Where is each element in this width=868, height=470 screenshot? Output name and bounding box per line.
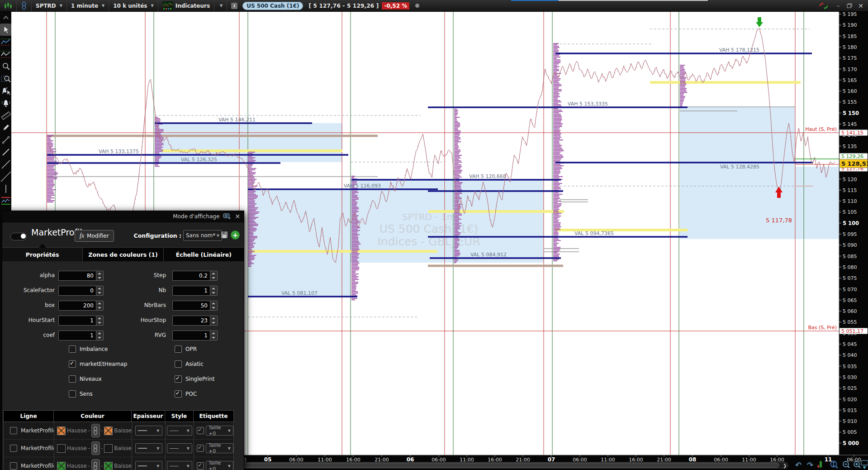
hourstart-spinner[interactable]: [96, 316, 104, 326]
timeframe-dropdown[interactable]: 1 minute▼: [67, 0, 109, 11]
baisse-color-swatch[interactable]: [104, 427, 113, 435]
link-colors-icon[interactable]: [91, 424, 100, 437]
link-colors-icon[interactable]: [91, 441, 100, 455]
hausse-color-swatch[interactable]: [57, 444, 66, 453]
alert-pointer-tool[interactable]: [0, 85, 11, 97]
indicators-dropdown[interactable]: ▼: [214, 0, 227, 11]
y-tick-label: 5 075: [843, 275, 857, 281]
line-visible-checkbox[interactable]: [10, 462, 17, 470]
thickness-dropdown[interactable]: ▼: [135, 426, 162, 436]
scalefactor-field: [58, 286, 104, 296]
trendline-tool[interactable]: [0, 146, 11, 158]
zoom-tool[interactable]: [0, 60, 11, 72]
display-mode-icon[interactable]: [223, 213, 231, 220]
rvg-spinner[interactable]: [210, 331, 218, 341]
checkbox-sens[interactable]: Sens: [69, 390, 93, 398]
box-spinner[interactable]: [96, 301, 104, 311]
step-input[interactable]: [172, 271, 210, 281]
taille-dropdown[interactable]: Taille +0▼: [206, 426, 233, 436]
style-dropdown[interactable]: ▼: [167, 443, 192, 453]
tab-zones-de-couleurs[interactable]: Zones de couleurs (1): [83, 248, 163, 261]
redo-button[interactable]: ↷: [807, 460, 813, 470]
close-button[interactable]: ✕: [856, 2, 866, 10]
segment-tool[interactable]: [0, 134, 11, 146]
coef-input[interactable]: [58, 331, 96, 341]
scalefactor-spinner[interactable]: [96, 286, 104, 296]
checkbox-singleprint[interactable]: SinglePrint: [175, 375, 215, 383]
hausse-color-swatch[interactable]: [57, 427, 66, 435]
configuration-dropdown[interactable]: Sans nom*▼: [183, 230, 222, 241]
marketprofile-toggle[interactable]: [10, 233, 27, 240]
refresh-icon[interactable]: [818, 2, 829, 10]
coef-spinner[interactable]: [96, 331, 104, 341]
pattern-tool[interactable]: [0, 195, 11, 207]
save-configuration-button[interactable]: [221, 231, 228, 240]
restore-button[interactable]: [844, 2, 854, 10]
thickness-dropdown[interactable]: ▼: [135, 461, 162, 470]
link-charts-icon[interactable]: [17, 0, 31, 11]
line-visible-checkbox[interactable]: [10, 427, 17, 434]
add-configuration-button[interactable]: +: [231, 230, 240, 240]
hourstop-input[interactable]: [172, 316, 210, 326]
checkbox-marketetheamap[interactable]: marketEtHeamap: [69, 360, 127, 368]
info-button[interactable]: i: [227, 0, 242, 11]
nb-spinner[interactable]: [210, 286, 218, 296]
cursor-tool[interactable]: [0, 24, 11, 36]
zoom-area-tool[interactable]: [0, 72, 11, 85]
symbol-badge[interactable]: US 500 Cash (1€): [242, 0, 307, 11]
y-tick-label: 5 000: [843, 440, 859, 446]
checkbox-asiatic[interactable]: Asiatic: [175, 360, 204, 368]
modify-formula-button[interactable]: fx Modifier: [75, 230, 114, 242]
checkbox-poc[interactable]: POC: [175, 390, 197, 398]
hourstop-spinner[interactable]: [210, 316, 218, 326]
etiquette-checkbox[interactable]: [197, 427, 204, 434]
indicator-light-tool[interactable]: [0, 36, 11, 48]
indicator-dark-tool[interactable]: [0, 48, 11, 60]
collapse-tool[interactable]: [0, 11, 11, 24]
rvg-input[interactable]: [172, 331, 210, 341]
taille-dropdown[interactable]: Taille +0▼: [206, 443, 233, 453]
baisse-color-swatch[interactable]: [104, 462, 113, 470]
step-spinner[interactable]: [210, 271, 218, 281]
chart-preview-icon[interactable]: Indicateurs: [158, 0, 214, 11]
hourstart-input[interactable]: [58, 316, 96, 326]
scalefactor-input[interactable]: [58, 286, 96, 296]
alert-tool[interactable]: [0, 97, 11, 109]
tab-echelle[interactable]: Échelle (Linéaire): [164, 248, 244, 261]
nbrbars-spinner[interactable]: [210, 301, 218, 311]
y-tick-label: 5 100: [843, 220, 859, 226]
scroll-next-icon[interactable]: ❯: [783, 463, 787, 469]
candlestick-view-icon[interactable]: [0, 0, 16, 11]
pencil-tool[interactable]: [0, 121, 11, 134]
baisse-color-swatch[interactable]: [104, 444, 113, 453]
instrument-dropdown[interactable]: SPTRD▼: [32, 0, 66, 11]
checkbox-niveaux[interactable]: Niveaux: [69, 375, 102, 383]
nb-input[interactable]: [172, 286, 210, 296]
style-dropdown[interactable]: ▼: [167, 426, 192, 436]
checkbox-opr[interactable]: OPR: [175, 345, 197, 353]
tab-proprietes[interactable]: Propriétés: [2, 248, 83, 261]
dialog-close-icon[interactable]: ✕: [235, 213, 240, 220]
semi-line-tool[interactable]: [0, 158, 11, 170]
alpha-input[interactable]: [58, 271, 96, 281]
etiquette-checkbox[interactable]: [197, 462, 204, 470]
hausse-color-swatch[interactable]: [57, 462, 66, 470]
line-visible-checkbox[interactable]: [10, 445, 17, 452]
vertical-line-tool[interactable]: [0, 182, 11, 195]
etiquette-checkbox[interactable]: [197, 445, 204, 452]
minimize-button[interactable]: –: [833, 2, 843, 10]
value-area-zone: [795, 167, 839, 239]
taille-dropdown[interactable]: Taille +0▼: [206, 461, 233, 470]
alpha-spinner[interactable]: [96, 271, 104, 281]
style-dropdown[interactable]: ▼: [167, 461, 192, 470]
box-input[interactable]: [58, 301, 96, 311]
ruler-tool[interactable]: [0, 109, 11, 121]
undo-button[interactable]: ↶: [795, 460, 802, 470]
down-arrow-icon[interactable]: [758, 17, 761, 22]
checkbox-imbalance[interactable]: Imbalance: [69, 345, 108, 353]
thickness-dropdown[interactable]: ▼: [135, 443, 162, 453]
extended-line-tool[interactable]: [0, 170, 11, 182]
link-colors-icon[interactable]: [91, 459, 100, 470]
nbrbars-input[interactable]: [172, 301, 210, 311]
units-dropdown[interactable]: 10 k unités▼: [109, 0, 157, 11]
